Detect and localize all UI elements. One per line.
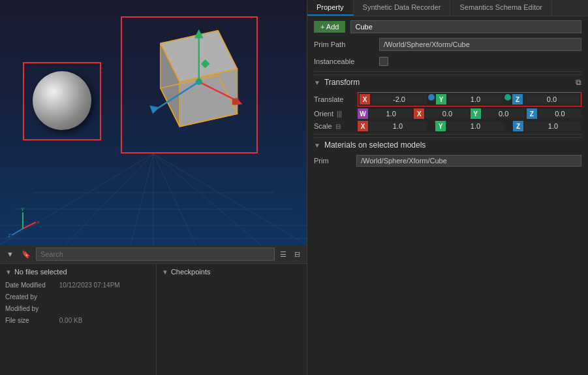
scale-row: Scale ⊟ X Y: [314, 121, 581, 131]
materials-prim-row: Prim /World/Sphere/Xform/Cube: [314, 155, 581, 167]
translate-y-cell: Y: [436, 94, 503, 105]
add-row: + Add: [314, 20, 581, 33]
date-modified-row: Date Modified 10/12/2023 07:14PM: [5, 280, 151, 291]
checkpoints-arrow-icon: ▼: [162, 269, 168, 276]
scale-z-input[interactable]: [525, 122, 581, 131]
checkpoints-label: Checkpoints: [171, 268, 211, 276]
translate-label: Translate: [314, 95, 356, 103]
checkpoints-panel: ▼ Checkpoints: [157, 264, 307, 375]
scale-label: Scale ⊟: [314, 122, 356, 130]
date-modified-value: 10/12/2023 07:14PM: [59, 282, 120, 289]
add-button[interactable]: + Add: [314, 21, 345, 33]
svg-text:Z: Z: [8, 233, 11, 238]
orient-y-cell: Y: [471, 108, 525, 119]
tabs-bar: Property Synthetic Data Recorder Semanti…: [307, 0, 588, 16]
list-view-button[interactable]: ☰: [277, 249, 289, 260]
viewport-container: X Y Z ▼ 🔖 ☰ ⊟ ▼ No files selected: [0, 0, 307, 375]
materials-arrow-icon: ▼: [314, 142, 320, 149]
sphere-mesh: [33, 71, 91, 130]
axis-indicator: X Y Z: [7, 206, 39, 238]
translate-row: Translate X Y Z: [314, 92, 581, 106]
sphere-object[interactable]: [23, 62, 101, 140]
file-title: ▼ No files selected: [5, 268, 151, 276]
translate-z-cell: Z: [512, 94, 580, 105]
svg-point-24: [196, 78, 202, 85]
scale-y-cell: Y: [435, 121, 504, 131]
orient-x-input[interactable]: [426, 109, 469, 118]
modified-by-label: Modified by: [5, 303, 57, 315]
modified-by-row: Modified by: [5, 303, 151, 315]
instanceable-checkbox[interactable]: [379, 57, 388, 66]
tab-synthetic-data-recorder[interactable]: Synthetic Data Recorder: [354, 0, 451, 16]
materials-label: Materials on selected models: [324, 140, 426, 150]
svg-line-29: [12, 229, 23, 235]
file-size-value: 0.00 KB: [59, 317, 83, 324]
scale-x-input[interactable]: [369, 122, 426, 131]
orient-x-badge: X: [414, 108, 424, 119]
prim-material-value[interactable]: /World/Sphere/Xform/Cube: [356, 155, 581, 167]
svg-line-4: [153, 154, 261, 245]
tab-semantics-schema-editor[interactable]: Semantics Schema Editor: [450, 0, 552, 16]
translate-z-dot: [504, 94, 511, 101]
scale-x-badge: X: [358, 121, 368, 131]
prim-name-input[interactable]: [350, 20, 581, 33]
file-info-panel: ▼ No files selected Date Modified 10/12/…: [0, 264, 157, 375]
x-badge: X: [360, 94, 370, 105]
translate-inputs: X Y Z: [358, 92, 581, 106]
svg-line-1: [65, 154, 153, 245]
bottom-panel: ▼ 🔖 ☰ ⊟ ▼ No files selected Date Modifie…: [0, 245, 307, 375]
scale-y-badge: Y: [435, 121, 446, 131]
transform-section-header[interactable]: ▼ Transform ⧉: [314, 74, 581, 90]
panel-content: + Add Prim Path /World/Sphere/Xform/Cube…: [307, 16, 588, 375]
cube-mesh: [122, 18, 256, 152]
prim-path-row: Prim Path /World/Sphere/Xform/Cube: [314, 37, 581, 52]
svg-line-27: [23, 222, 36, 229]
translate-z-input[interactable]: [524, 95, 580, 104]
3d-viewport[interactable]: X Y Z: [0, 0, 307, 245]
orient-z-input[interactable]: [538, 109, 581, 118]
orient-y-badge: Y: [471, 108, 481, 119]
cube-object[interactable]: [121, 16, 258, 154]
triangle-icon: ▼: [5, 269, 12, 276]
orient-inputs: W X Y Z: [358, 108, 581, 119]
orient-x-cell: X: [414, 108, 469, 119]
tab-property[interactable]: Property: [307, 0, 354, 16]
file-metadata: Date Modified 10/12/2023 07:14PM Created…: [5, 280, 151, 327]
search-input[interactable]: [36, 248, 275, 261]
orient-w-input[interactable]: [369, 109, 412, 118]
scale-y-input[interactable]: [447, 122, 504, 131]
translate-x-input[interactable]: [371, 95, 427, 104]
search-bar: ▼ 🔖 ☰ ⊟: [0, 245, 307, 264]
scale-z-cell: Z: [513, 121, 581, 131]
orient-y-input[interactable]: [482, 109, 525, 118]
separator-1: [314, 71, 581, 72]
prim-path-value[interactable]: /World/Sphere/Xform/Cube: [379, 38, 581, 51]
scale-x-cell: X: [358, 121, 426, 131]
right-panel: Property Synthetic Data Recorder Semanti…: [307, 0, 588, 375]
transform-label: Transform: [324, 78, 360, 87]
filter-down-button[interactable]: ▼: [4, 249, 16, 259]
svg-rect-26: [232, 99, 239, 105]
created-by-row: Created by: [5, 291, 151, 303]
scale-z-badge: Z: [513, 121, 523, 131]
y-badge: Y: [436, 94, 446, 105]
scale-inputs: X Y Z: [358, 121, 581, 131]
date-modified-label: Date Modified: [5, 280, 57, 291]
bookmark-button[interactable]: 🔖: [19, 249, 33, 260]
transform-copy-icon[interactable]: ⧉: [576, 78, 581, 87]
orient-row: Orient ||| W X Y: [314, 108, 581, 119]
orient-z-cell: Z: [527, 108, 581, 119]
svg-marker-23: [149, 105, 159, 114]
svg-text:X: X: [37, 220, 39, 225]
prim-path-label: Prim Path: [314, 41, 379, 48]
orient-label: Orient |||: [314, 110, 356, 118]
created-by-label: Created by: [5, 291, 57, 303]
file-panel: ▼ No files selected Date Modified 10/12/…: [0, 264, 307, 375]
filter-button[interactable]: ⊟: [292, 249, 303, 260]
checkpoints-header: ▼ Checkpoints: [162, 268, 302, 276]
svg-line-5: [153, 154, 307, 245]
svg-text:Y: Y: [21, 206, 25, 212]
materials-section-header[interactable]: ▼ Materials on selected models: [314, 137, 581, 152]
instanceable-label: Instanceable: [314, 57, 379, 65]
translate-y-input[interactable]: [448, 95, 503, 104]
